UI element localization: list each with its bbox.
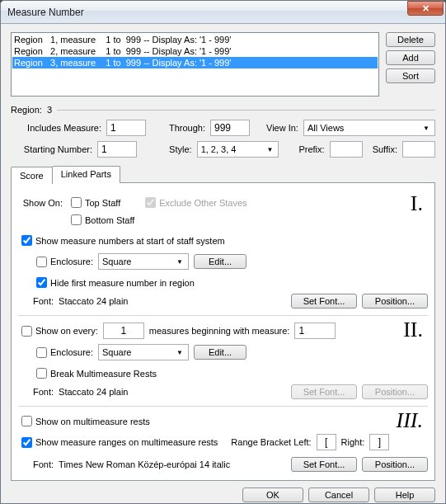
prefix-label: Prefix: — [298, 144, 324, 154]
add-button[interactable]: Add — [386, 50, 435, 65]
titlebar: Measure Number ✕ — [1, 1, 445, 24]
topstaff-checkbox[interactable]: Top Staff — [68, 195, 120, 210]
setfont1-button[interactable]: Set Font... — [291, 294, 357, 309]
prefix-input[interactable] — [330, 141, 363, 158]
chevron-down-icon: ▼ — [173, 258, 186, 266]
font3-value: Times New Roman Közép-európai 14 italic — [59, 459, 230, 469]
includes-label: Includes Measure: — [11, 123, 101, 133]
section-show-every: II. Show on every: measures beginning wi… — [18, 315, 428, 399]
show-every-checkbox[interactable]: Show on every: — [18, 323, 98, 339]
edit-enclosure1-button[interactable]: Edit... — [194, 254, 246, 269]
viewin-combo[interactable]: All Views ▼ — [303, 120, 435, 136]
viewin-label: View In: — [266, 123, 298, 133]
enclosure2-combo[interactable]: Square ▼ — [98, 344, 189, 360]
viewin-value: All Views — [308, 123, 344, 133]
every-input[interactable] — [103, 323, 144, 339]
list-item[interactable]: Region 3, measure 1 to 999 -- Display As… — [12, 57, 378, 68]
showon-label: Show On: — [18, 198, 63, 208]
close-button[interactable]: ✕ — [407, 1, 444, 16]
setfont3-button[interactable]: Set Font... — [291, 457, 357, 472]
setfont2-button: Set Font... — [291, 384, 357, 399]
delete-button[interactable]: Delete — [386, 32, 435, 47]
begin-input[interactable] — [294, 323, 336, 339]
list-item[interactable]: Region 1, measure 1 to 999 -- Display As… — [12, 34, 378, 45]
show-at-start-checkbox[interactable]: Show measure numbers at start of staff s… — [18, 233, 225, 248]
sort-button[interactable]: Sort — [386, 68, 435, 83]
hide-first-checkbox[interactable]: Hide first measure number in region — [33, 275, 195, 290]
tab-strip: Score Linked Parts — [11, 166, 435, 183]
close-icon: ✕ — [422, 4, 430, 13]
ok-button[interactable]: OK — [242, 488, 303, 502]
font3-label: Font: — [33, 459, 54, 469]
range-right-input[interactable] — [369, 434, 389, 450]
through-input[interactable] — [210, 120, 250, 136]
range-right-label: Right: — [341, 437, 365, 447]
style-value: 1, 2, 3, 4 — [201, 144, 237, 154]
style-combo[interactable]: 1, 2, 3, 4 ▼ — [197, 141, 279, 158]
chevron-down-icon: ▼ — [420, 125, 433, 132]
preview-2: II. — [403, 319, 423, 341]
position2-button: Position... — [362, 384, 428, 399]
break-mm-checkbox[interactable]: Break Multimeasure Rests — [33, 365, 157, 381]
list-item[interactable]: Region 2, measure 1 to 999 -- Display As… — [12, 45, 378, 57]
starting-input[interactable] — [97, 141, 137, 158]
section-start-of-system: I. Show On: Top Staff Exclude Other Stav… — [18, 195, 428, 309]
enclosure1-checkbox[interactable]: Enclosure: — [33, 254, 93, 270]
edit-enclosure2-button[interactable]: Edit... — [194, 345, 246, 360]
tab-linked-parts[interactable]: Linked Parts — [52, 166, 120, 183]
dialog-title: Measure Number — [7, 7, 407, 18]
section-multimeasure: III. Show on multimeasure rests Show mea… — [18, 406, 428, 472]
range-left-input[interactable] — [317, 434, 336, 450]
font2-value: Staccato 24 plain — [59, 387, 128, 397]
dialog: Measure Number ✕ Region 1, measure 1 to … — [0, 0, 446, 504]
style-label: Style: — [152, 144, 192, 154]
starting-label: Starting Number: — [11, 144, 92, 154]
range-left-label: Range Bracket Left: — [231, 437, 311, 447]
through-label: Through: — [161, 123, 205, 133]
show-mm-checkbox[interactable]: Show on multimeasure rests — [18, 413, 150, 429]
help-button[interactable]: Help — [374, 488, 435, 502]
suffix-input[interactable] — [402, 141, 435, 158]
region-value: 3 — [47, 105, 52, 115]
region-listbox[interactable]: Region 1, measure 1 to 999 -- Display As… — [11, 32, 379, 97]
enclosure2-checkbox[interactable]: Enclosure: — [33, 345, 93, 360]
tab-panel-score: I. Show On: Top Staff Exclude Other Stav… — [11, 182, 435, 481]
tab-score[interactable]: Score — [11, 167, 53, 184]
preview-1: I. — [411, 193, 423, 214]
exclude-checkbox: Exclude Other Staves — [142, 195, 246, 210]
region-label: Region: — [11, 105, 42, 115]
show-ranges-checkbox[interactable]: Show measure ranges on multimeasure rest… — [18, 435, 218, 450]
dialog-body: Region 1, measure 1 to 999 -- Display As… — [1, 24, 445, 504]
enclosure1-combo[interactable]: Square ▼ — [98, 253, 189, 270]
font2-label: Font: — [33, 387, 54, 397]
chevron-down-icon: ▼ — [263, 146, 276, 153]
separator — [57, 110, 435, 111]
font1-label: Font: — [33, 296, 54, 306]
cancel-button[interactable]: Cancel — [308, 488, 369, 502]
preview-3: III. — [397, 410, 423, 431]
position3-button[interactable]: Position... — [362, 457, 428, 472]
suffix-label: Suffix: — [373, 144, 397, 154]
position1-button[interactable]: Position... — [362, 294, 428, 309]
font1-value: Staccato 24 plain — [59, 296, 128, 306]
includes-input[interactable] — [106, 120, 146, 136]
bottomstaff-checkbox[interactable]: Bottom Staff — [68, 212, 134, 228]
measures-begin-label: measures beginning with measure: — [149, 326, 290, 336]
chevron-down-icon: ▼ — [173, 349, 186, 356]
